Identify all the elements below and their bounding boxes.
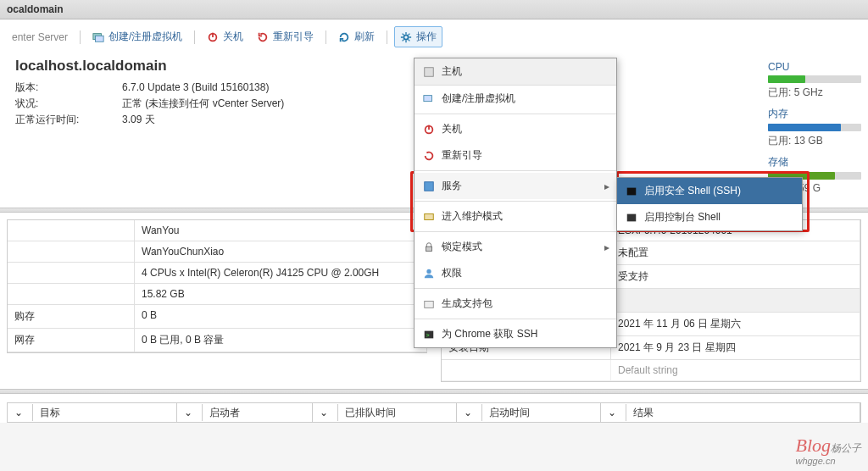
svg-rect-1: [96, 36, 104, 42]
refresh-button[interactable]: 刷新: [333, 27, 380, 47]
cpu-bar: [768, 75, 861, 83]
reboot-button[interactable]: 重新引导: [252, 27, 319, 47]
menu-maintenance[interactable]: 进入维护模式: [415, 203, 616, 230]
svg-text:>: >: [426, 331, 430, 337]
svg-point-4: [404, 35, 409, 39]
terminal-icon: [626, 186, 637, 197]
menu-reboot[interactable]: 重新引导: [415, 142, 616, 169]
power-icon: [423, 124, 435, 136]
menu-services[interactable]: 服务▸: [415, 173, 616, 199]
mem-used: 已用: 13 GB: [768, 134, 861, 148]
actions-menu: 主机 创建/注册虚拟机 关机 重新引导 服务▸ 进入维护模式 锁定模式▸ 权限 …: [414, 58, 617, 348]
menu-create-vm[interactable]: 创建/注册虚拟机: [415, 86, 616, 112]
host-icon: [423, 66, 435, 78]
col-starttime[interactable]: 启动时间: [482, 403, 601, 423]
policy-value: 未配置: [611, 241, 860, 265]
storage-b-value: 0 B 已用, 0 B 容量: [135, 329, 427, 352]
svg-rect-17: [627, 213, 637, 221]
installdate-value: 2021 年 9 月 23 日 星期四: [611, 336, 860, 360]
refresh-icon: [338, 31, 350, 43]
menu-permissions[interactable]: 权限: [415, 260, 616, 286]
vm-icon: [92, 31, 104, 43]
hosttime-value: 2021 年 11 月 06 日 星期六: [611, 313, 860, 336]
host-title: localhost.localdomain: [15, 58, 284, 75]
svg-rect-11: [426, 247, 432, 251]
mem-bar: [768, 124, 861, 131]
task-grid-header: ⌄ 目标 ⌄ 启动者 ⌄ 已排队时间 ⌄ 启动时间 ⌄ 结果: [7, 402, 861, 423]
chevron-right-icon: ▸: [604, 180, 609, 192]
model-value: WanYouChunXiao: [135, 241, 427, 263]
svg-rect-10: [425, 213, 434, 219]
version-value: 6.7.0 Update 3 (Build 15160138): [122, 80, 269, 96]
bundle-icon: [423, 298, 435, 310]
row-label: [8, 220, 135, 241]
chevron-right-icon: ▸: [604, 241, 609, 253]
cpu-used: 已用: 5 GHz: [768, 86, 861, 100]
storage-a-value: 0 B: [135, 305, 427, 329]
terminal-icon: >: [423, 329, 435, 341]
menu-section-host: 主机: [415, 58, 616, 86]
mem-label: 内存: [768, 107, 861, 121]
store-label: 存储: [768, 155, 861, 169]
svg-rect-5: [425, 67, 434, 76]
version-label: 版本:: [15, 80, 117, 96]
create-vm-button[interactable]: 创建/注册虚拟机: [87, 27, 187, 47]
lock-icon: [423, 241, 435, 253]
maintenance-icon: [423, 211, 435, 223]
reboot-icon: [423, 150, 435, 162]
uptime-value: 3.09 天: [122, 112, 155, 128]
window-title: ocaldomain: [0, 0, 868, 19]
shutdown-button[interactable]: 关机: [202, 27, 248, 47]
manufacturer-value: WanYou: [135, 220, 427, 241]
services-icon: [423, 180, 435, 192]
cpu-info-value: 4 CPUs x Intel(R) Celeron(R) J4125 CPU @…: [135, 263, 427, 284]
menu-support-bundle[interactable]: 生成支持包: [415, 291, 616, 317]
watermark: Blog杨公子 whgge.cn: [795, 435, 861, 466]
state-label: 状况:: [15, 96, 117, 112]
default-value: Default string: [611, 360, 860, 381]
services-submenu: 启用安全 Shell (SSH) 启用控制台 Shell: [616, 177, 803, 231]
svg-rect-16: [627, 187, 637, 195]
svg-point-12: [426, 269, 431, 273]
toolbar: enter Server 创建/注册虚拟机 关机 重新引导 刷新 操作: [0, 19, 868, 54]
gear-icon: [400, 31, 412, 43]
vm-icon: [423, 93, 435, 105]
storage-b-label: 网存: [8, 329, 135, 352]
col-target[interactable]: 目标: [33, 403, 177, 423]
menu-enable-ssh[interactable]: 启用安全 Shell (SSH): [617, 178, 802, 204]
actions-button[interactable]: 操作: [394, 26, 442, 47]
svg-rect-9: [425, 181, 434, 191]
menu-chrome-ssh[interactable]: > 为 Chrome 获取 SSH: [415, 321, 616, 347]
col-result[interactable]: 结果: [626, 403, 860, 423]
uptime-label: 正常运行时间:: [15, 112, 117, 128]
col-initiator[interactable]: 启动者: [203, 403, 313, 423]
menu-shutdown[interactable]: 关机: [415, 116, 616, 142]
storage-a-label: 购存: [8, 305, 135, 329]
cpu-label: CPU: [768, 61, 861, 73]
state-value: 正常 (未连接到任何 vCenter Server): [122, 96, 284, 112]
reboot-icon: [257, 31, 269, 43]
expand-all-icon[interactable]: ⌄: [8, 404, 33, 421]
svg-rect-6: [424, 95, 432, 101]
menu-enable-console-shell[interactable]: 启用控制台 Shell: [617, 204, 802, 230]
menu-lockdown[interactable]: 锁定模式▸: [415, 234, 616, 260]
col-queued[interactable]: 已排队时间: [338, 403, 457, 423]
memory-value: 15.82 GB: [135, 284, 427, 305]
supported-value: 受支持: [611, 265, 860, 289]
power-icon: [207, 31, 219, 43]
user-icon: [423, 268, 435, 280]
vcenter-server-link[interactable]: enter Server: [7, 29, 73, 46]
svg-rect-13: [425, 301, 434, 308]
terminal-icon: [626, 212, 637, 224]
